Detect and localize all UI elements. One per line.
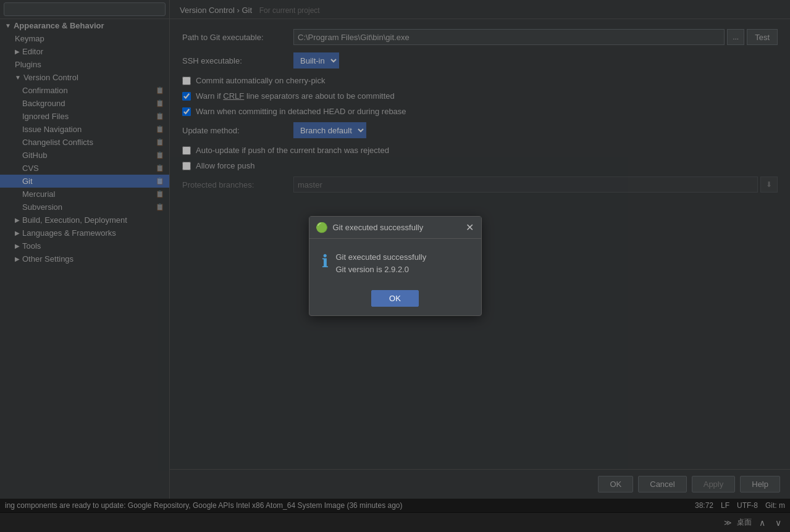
modal-message: Git executed successfully Git version is… <box>336 251 427 275</box>
modal-close-button[interactable]: ✕ <box>464 223 475 233</box>
modal-dialog: 🟢 Git executed successfully ✕ ℹ Git exec… <box>309 216 482 316</box>
modal-message-line2: Git version is 2.9.2.0 <box>336 264 427 276</box>
modal-title-text: Git executed successfully <box>333 223 464 232</box>
info-icon: ℹ <box>322 251 329 275</box>
modal-message-line1: Git executed successfully <box>336 251 427 264</box>
modal-ok-button[interactable]: OK <box>371 290 419 307</box>
modal-overlay: 🟢 Git executed successfully ✕ ℹ Git exec… <box>0 0 790 532</box>
modal-titlebar: 🟢 Git executed successfully ✕ <box>309 217 481 239</box>
modal-title-icon: 🟢 <box>316 222 328 233</box>
modal-body: ℹ Git executed successfully Git version … <box>309 239 481 285</box>
modal-footer: OK <box>309 285 481 315</box>
